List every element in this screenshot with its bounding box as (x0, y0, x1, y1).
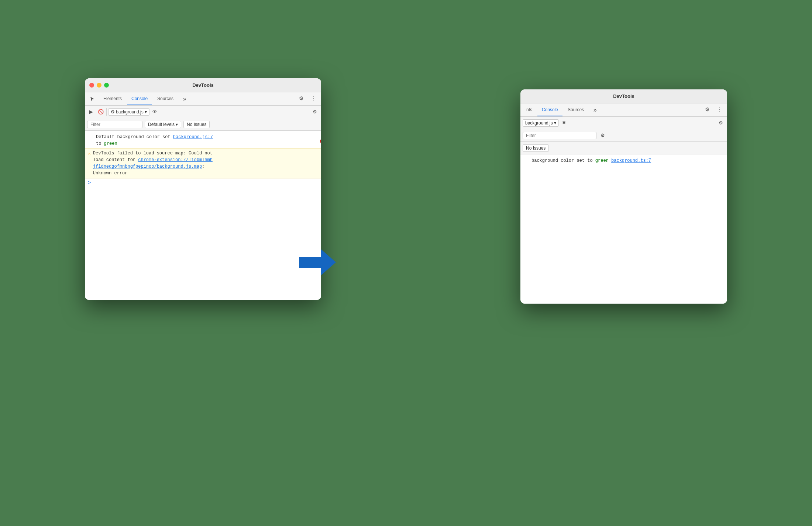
gear-icon[interactable]: ⚙ (295, 92, 307, 104)
log-green-1: green (104, 141, 117, 146)
log-entry-1: Default background color set background.… (85, 133, 321, 148)
filter-input[interactable] (87, 121, 142, 128)
default-levels-button[interactable]: Default levels ▾ (145, 121, 181, 128)
right-console-toolbar: background.js ▾ 👁 ⚙ (520, 117, 727, 129)
warning-icon: ⚠ (88, 150, 91, 158)
scene: DevTools Elements Console Sources » ⚙ ⋮ (55, 41, 757, 485)
more-options-icon[interactable]: ⋮ (308, 92, 320, 104)
svg-marker-0 (320, 137, 321, 146)
log-entry-right-1: background color set to green background… (520, 157, 727, 165)
tab-console-right[interactable]: Console (537, 103, 562, 116)
right-window-title: DevTools (613, 93, 634, 99)
console-prompt[interactable]: > (85, 178, 321, 187)
block-icon[interactable]: 🚫 (97, 108, 105, 116)
warning-entry-1: ⚠ DevTools failed to load source map: Co… (85, 148, 321, 178)
red-arrow-1 (320, 136, 321, 148)
right-devtools-window: DevTools nts Console Sources » ⚙ ⋮ backg… (520, 89, 727, 304)
svg-marker-1 (299, 249, 336, 275)
cursor-icon-tab[interactable] (86, 92, 98, 105)
log-text-right-1: background color set to green background… (531, 157, 651, 164)
left-devtools-window: DevTools Elements Console Sources » ⚙ ⋮ (85, 78, 321, 300)
right-no-issues-bar: No Issues (520, 142, 727, 154)
traffic-lights (89, 83, 109, 88)
filter-input-right[interactable] (523, 132, 596, 139)
background-js-link-1[interactable]: background.js:7 (173, 134, 213, 140)
right-log-entry-wrapper: background color set to green background… (520, 157, 727, 165)
dropdown-icon-right: ▾ (554, 120, 556, 126)
console-gear-icon-right[interactable]: ⚙ (717, 119, 725, 127)
more-options-icon-right[interactable]: ⋮ (714, 103, 726, 115)
blue-arrow (299, 247, 336, 279)
tab-elements-right[interactable]: nts (522, 103, 537, 116)
right-console-content: background color set to green background… (520, 154, 727, 304)
gear-icon-right[interactable]: ⚙ (701, 103, 713, 115)
eye-icon[interactable]: 👁 (151, 108, 159, 116)
tab-elements[interactable]: Elements (99, 92, 126, 105)
minimize-button[interactable] (97, 83, 102, 88)
warning-text: DevTools failed to load source map: Coul… (93, 150, 213, 177)
left-tab-bar: Elements Console Sources » ⚙ ⋮ (85, 92, 321, 106)
dropdown-icon: ▾ (145, 109, 147, 115)
file-selector[interactable]: ⚙ background.js ▾ (108, 108, 149, 116)
levels-dropdown-icon: ▾ (176, 122, 178, 127)
right-devtools-inner: nts Console Sources » ⚙ ⋮ background.js … (520, 103, 727, 304)
no-issues-label-right: No Issues (526, 146, 546, 151)
levels-label: Default levels (148, 122, 175, 127)
background-ts-link[interactable]: background.ts:7 (611, 158, 651, 163)
tab-sources[interactable]: Sources (153, 92, 178, 105)
filter-gear-icon[interactable]: ⚙ (599, 132, 607, 140)
log-text-1: Default background color set background.… (96, 134, 213, 147)
right-filter-bar: ⚙ (520, 129, 727, 142)
no-issues-label: No Issues (187, 122, 206, 127)
more-tabs-icon-right[interactable]: » (589, 103, 601, 116)
left-filter-bar: Default levels ▾ No Issues (85, 118, 321, 131)
file-selector-right[interactable]: background.js ▾ (523, 119, 559, 127)
right-tab-bar: nts Console Sources » ⚙ ⋮ (520, 103, 727, 117)
right-title-bar: DevTools (520, 89, 727, 103)
log-green-right: green (595, 158, 609, 163)
file-icon: ⚙ (111, 109, 115, 115)
play-icon[interactable]: ▶ (87, 108, 95, 116)
console-gear-icon[interactable]: ⚙ (311, 108, 319, 116)
file-label-right: background.js (525, 120, 553, 126)
left-console-toolbar: ▶ 🚫 ⚙ background.js ▾ 👁 ⚙ (85, 106, 321, 118)
no-issues-button[interactable]: No Issues (183, 121, 210, 128)
source-map-link[interactable]: chrome-extension://liobmlhmhjfldnedgofmn… (93, 157, 213, 169)
left-title-bar: DevTools (85, 78, 321, 92)
log-entry-wrapper: Default background color set background.… (85, 133, 321, 148)
eye-icon-right[interactable]: 👁 (560, 119, 568, 127)
file-label: background.js (116, 109, 144, 115)
close-button[interactable] (89, 83, 94, 88)
tab-sources-right[interactable]: Sources (563, 103, 588, 116)
left-window-title: DevTools (192, 82, 214, 88)
maximize-button[interactable] (104, 83, 109, 88)
tab-console[interactable]: Console (127, 92, 152, 105)
left-console-content: Default background color set background.… (85, 131, 321, 300)
no-issues-button-right[interactable]: No Issues (523, 144, 549, 152)
left-devtools-inner: Elements Console Sources » ⚙ ⋮ ▶ 🚫 ⚙ bac… (85, 92, 321, 300)
more-tabs-icon[interactable]: » (179, 92, 190, 105)
